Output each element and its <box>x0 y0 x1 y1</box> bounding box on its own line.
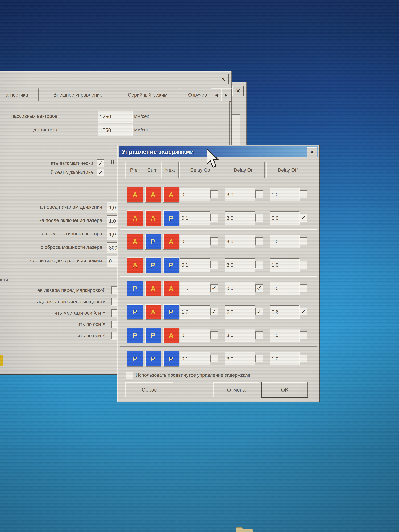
delay_go-checkbox[interactable] <box>210 284 218 292</box>
desktop-background: ✕ ✕ агностикаВнешнее управлениеСерийный … <box>0 0 399 532</box>
delay_off-input[interactable]: 1,0 <box>270 188 300 201</box>
delay_off-input[interactable]: 1,0 <box>270 329 300 342</box>
delay_go-checkbox[interactable] <box>210 214 218 222</box>
state-cell-a: A <box>127 257 143 273</box>
reset-button[interactable]: Сброс <box>125 382 173 397</box>
delay_on-input[interactable]: 3,0 <box>225 352 255 366</box>
tab-scroll-right-button[interactable]: ► <box>221 88 232 102</box>
delay_go-checkbox[interactable] <box>210 308 218 316</box>
tab-3[interactable]: Серийный режим <box>117 88 178 101</box>
delay_off-checkbox[interactable] <box>300 190 307 198</box>
delay_off-input[interactable]: 1,0 <box>270 235 300 248</box>
ok-button[interactable]: OK <box>262 382 308 397</box>
delay_go-checkbox[interactable] <box>210 261 218 269</box>
delay_go-input[interactable]: 0,1 <box>179 258 210 272</box>
delay_on-checkbox[interactable] <box>255 214 263 222</box>
option-checkbox-label: ев лазера перед маркировкой <box>0 287 106 293</box>
delay_go-checkbox[interactable] <box>210 237 218 245</box>
delay-row: APP0,13,01,0 <box>120 254 317 277</box>
delay_off-input[interactable]: 0,0 <box>270 211 300 225</box>
state-cell-a: A <box>163 281 179 296</box>
row-separator <box>120 370 317 370</box>
dialog-title: Управление задержками <box>119 148 194 155</box>
delay-row: APA0,13,01,0 <box>120 230 317 253</box>
advanced-delays-checkbox[interactable] <box>126 372 133 380</box>
state-cell-a: A <box>145 281 161 296</box>
delay_go-input[interactable]: 0,1 <box>179 211 210 225</box>
delay_go-checkbox[interactable] <box>210 190 218 198</box>
delay_off-checkbox[interactable] <box>300 261 307 269</box>
delay_off-checkbox[interactable] <box>300 237 307 245</box>
cancel-button[interactable]: Отмена <box>213 382 259 397</box>
dialog-close-button[interactable]: ✕ <box>307 147 317 157</box>
tab-4[interactable]: Озвучив <box>180 88 215 101</box>
delay_on-checkbox[interactable] <box>255 284 263 292</box>
delay_on-input[interactable]: 3,0 <box>225 329 255 342</box>
mouse-cursor-icon <box>206 148 222 170</box>
column-header-delay-on[interactable]: Delay On <box>222 162 265 178</box>
state-cell-a: A <box>127 210 143 226</box>
chevron-right-icon: ► <box>224 93 229 98</box>
delay_off-checkbox[interactable] <box>300 331 307 339</box>
delay_on-checkbox[interactable] <box>255 261 263 269</box>
delay_go-input[interactable]: 1,0 <box>179 305 210 319</box>
row-separator <box>120 346 317 347</box>
chevron-left-icon: ◄ <box>214 93 218 98</box>
delay_on-input[interactable]: 3,0 <box>225 188 255 201</box>
delay_off-checkbox[interactable] <box>300 214 307 222</box>
header-separator <box>120 181 316 181</box>
delay_go-input[interactable]: 0,1 <box>179 188 210 201</box>
delay_on-checkbox[interactable] <box>255 237 263 245</box>
delay_go-input[interactable]: 0,1 <box>179 352 210 366</box>
delay_on-input[interactable]: 0,0 <box>225 282 255 295</box>
speed-field-label: пассивных векторов <box>0 114 57 119</box>
delay_on-checkbox[interactable] <box>255 308 263 316</box>
state-cell-a: A <box>127 234 143 249</box>
auto-checkbox[interactable] <box>97 159 104 167</box>
delay_off-input[interactable]: 1,0 <box>270 282 300 295</box>
delays-dialog: Управление задержками ✕ PreCurrNextDelay… <box>117 145 319 402</box>
delay_on-input[interactable]: 0,0 <box>225 305 255 319</box>
option-checkbox-label: адержка при смене мощности <box>0 299 106 304</box>
state-cell-a: A <box>127 187 143 203</box>
delay_on-checkbox[interactable] <box>255 190 263 198</box>
delay_off-checkbox[interactable] <box>300 308 307 316</box>
delay_go-checkbox[interactable] <box>210 355 218 362</box>
speed-field-input[interactable]: 1250 <box>98 111 133 123</box>
delay_on-input[interactable]: 3,0 <box>225 211 255 225</box>
delay_go-input[interactable]: 0,1 <box>179 235 210 248</box>
delay_go-checkbox[interactable] <box>210 331 218 339</box>
delay_off-input[interactable]: 0,6 <box>270 305 300 319</box>
state-cell-a: A <box>163 187 179 203</box>
delay_go-input[interactable]: 1,0 <box>179 282 210 295</box>
option-checkbox-label: ять местами оси X и Y <box>0 310 106 316</box>
auto-checkbox-label: ать автоматически <box>0 160 93 166</box>
auto-checkbox[interactable] <box>97 169 104 177</box>
tab-scroll-left-button[interactable]: ◄ <box>211 88 222 102</box>
tab-2[interactable]: Внешнее управление <box>41 88 115 101</box>
column-header-pre[interactable]: Pre <box>125 162 142 178</box>
delay_on-checkbox[interactable] <box>255 331 263 339</box>
delay_off-input[interactable]: 1,0 <box>270 258 300 272</box>
tab-1[interactable]: агностика <box>0 88 38 101</box>
state-cell-p: P <box>145 257 161 273</box>
settings-window-close-button[interactable]: ✕ <box>218 74 229 84</box>
column-header-curr[interactable]: Curr <box>144 162 160 178</box>
delay_go-input[interactable]: 0,1 <box>179 329 210 342</box>
delay-row: AAP0,13,00,0 <box>120 207 317 230</box>
delay_on-input[interactable]: 3,0 <box>225 235 255 248</box>
state-cell-p: P <box>145 351 161 367</box>
close-icon: ✕ <box>221 76 225 82</box>
background-window-close-button[interactable]: ✕ <box>233 86 244 96</box>
column-header-next[interactable]: Next <box>161 162 179 178</box>
delay_off-checkbox[interactable] <box>300 355 307 362</box>
clipped-label: Ш <box>111 159 116 165</box>
speed-field-input[interactable]: 1250 <box>98 124 133 136</box>
folder-icon[interactable] <box>236 526 254 532</box>
delay_off-input[interactable]: 1,0 <box>270 352 300 366</box>
delay_on-input[interactable]: 3,0 <box>225 258 255 272</box>
speed-field-unit: мм/сек <box>134 114 149 119</box>
delay_on-checkbox[interactable] <box>255 355 263 362</box>
column-header-delay-off[interactable]: Delay Off <box>266 162 309 178</box>
delay_off-checkbox[interactable] <box>300 284 307 292</box>
